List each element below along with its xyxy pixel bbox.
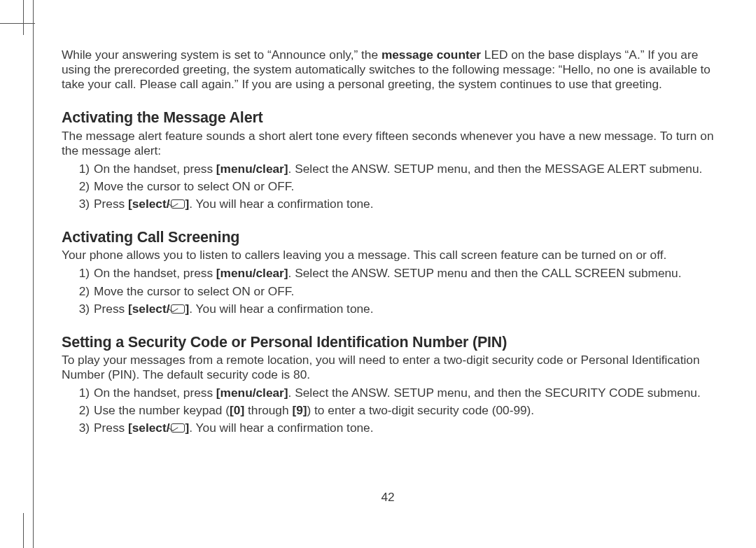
intro-text-a: While your answering system is set to “A… bbox=[62, 48, 382, 62]
key-label: [menu/clear] bbox=[216, 162, 288, 176]
sec3-steps: 1) On the handset, press [menu/clear]. S… bbox=[62, 385, 714, 435]
crop-mark-bottom-vertical bbox=[23, 513, 24, 548]
step-text: Press [select/]. You will hear a confirm… bbox=[94, 196, 714, 211]
heading-call-screening: Activating Call Screening bbox=[62, 228, 714, 246]
envelope-icon bbox=[171, 199, 185, 209]
intro-paragraph: While your answering system is set to “A… bbox=[62, 48, 714, 92]
step-text: Move the cursor to select ON or OFF. bbox=[94, 178, 714, 194]
text: On the handset, press bbox=[94, 162, 216, 176]
crop-mark-top-horizontal bbox=[0, 23, 35, 24]
key-label: [select/] bbox=[128, 197, 189, 211]
list-item: 2) Move the cursor to select ON or OFF. bbox=[74, 178, 714, 194]
text: Press bbox=[94, 421, 128, 435]
text: . You will hear a confirmation tone. bbox=[189, 302, 373, 316]
step-number: 2) bbox=[74, 283, 90, 299]
step-text: Press [select/]. You will hear a confirm… bbox=[94, 301, 714, 316]
page-content: While your answering system is set to “A… bbox=[62, 48, 714, 438]
list-item: 1) On the handset, press [menu/clear]. S… bbox=[74, 385, 714, 400]
envelope-icon bbox=[171, 304, 185, 314]
envelope-icon bbox=[171, 423, 185, 433]
heading-message-alert: Activating the Message Alert bbox=[62, 108, 714, 127]
step-number: 2) bbox=[74, 178, 90, 194]
heading-security-code: Setting a Security Code or Personal Iden… bbox=[62, 333, 714, 351]
list-item: 1) On the handset, press [menu/clear]. S… bbox=[74, 161, 714, 176]
list-item: 2) Move the cursor to select ON or OFF. bbox=[74, 283, 714, 299]
page-number: 42 bbox=[62, 490, 714, 505]
step-text: On the handset, press [menu/clear]. Sele… bbox=[94, 265, 714, 281]
step-number: 3) bbox=[74, 196, 90, 211]
text: On the handset, press bbox=[94, 266, 216, 280]
step-text: On the handset, press [menu/clear]. Sele… bbox=[94, 161, 714, 176]
key-label: [9] bbox=[292, 403, 307, 417]
step-text: Move the cursor to select ON or OFF. bbox=[94, 283, 714, 299]
key-prefix: [select/ bbox=[128, 197, 170, 211]
step-number: 1) bbox=[74, 265, 90, 281]
text: Press bbox=[94, 197, 128, 211]
step-text: On the handset, press [menu/clear]. Sele… bbox=[94, 385, 714, 400]
list-item: 3) Press [select/]. You will hear a conf… bbox=[74, 301, 714, 316]
key-label: [0] bbox=[230, 403, 244, 417]
crop-mark-inner-vertical bbox=[33, 0, 34, 548]
sec1-paragraph: The message alert feature sounds a short… bbox=[62, 129, 714, 158]
list-item: 3) Press [select/]. You will hear a conf… bbox=[74, 420, 714, 435]
step-number: 2) bbox=[74, 402, 90, 418]
key-label: [menu/clear] bbox=[216, 266, 288, 280]
text: . You will hear a confirmation tone. bbox=[189, 421, 373, 435]
key-prefix: [select/ bbox=[128, 421, 170, 435]
step-number: 3) bbox=[74, 301, 90, 316]
text: Press bbox=[94, 302, 128, 316]
key-label: [select/] bbox=[128, 421, 189, 435]
text: . Select the ANSW. SETUP menu, and then … bbox=[288, 386, 701, 400]
list-item: 1) On the handset, press [menu/clear]. S… bbox=[74, 265, 714, 281]
step-text: Press [select/]. You will hear a confirm… bbox=[94, 420, 714, 435]
sec3-paragraph: To play your messages from a remote loca… bbox=[62, 353, 714, 382]
text: ) to enter a two-digit security code (00… bbox=[307, 403, 535, 417]
key-prefix: [select/ bbox=[128, 302, 170, 316]
text: On the handset, press bbox=[94, 386, 216, 400]
intro-bold: message counter bbox=[382, 48, 481, 62]
text: Use the number keypad ( bbox=[94, 403, 230, 417]
crop-mark-top-vertical bbox=[23, 0, 24, 35]
text: . Select the ANSW. SETUP menu and then t… bbox=[288, 266, 682, 280]
step-text: Use the number keypad ([0] through [9]) … bbox=[94, 402, 714, 418]
text: . Select the ANSW. SETUP menu, and then … bbox=[288, 162, 703, 176]
key-label: [select/] bbox=[128, 302, 189, 316]
text: through bbox=[244, 403, 292, 417]
sec2-paragraph: Your phone allows you to listen to calle… bbox=[62, 248, 714, 262]
step-number: 1) bbox=[74, 161, 90, 176]
sec2-steps: 1) On the handset, press [menu/clear]. S… bbox=[62, 265, 714, 316]
key-label: [menu/clear] bbox=[216, 386, 288, 400]
step-number: 1) bbox=[74, 385, 90, 400]
sec1-steps: 1) On the handset, press [menu/clear]. S… bbox=[62, 161, 714, 211]
step-number: 3) bbox=[74, 420, 90, 435]
list-item: 3) Press [select/]. You will hear a conf… bbox=[74, 196, 714, 211]
list-item: 2) Use the number keypad ([0] through [9… bbox=[74, 402, 714, 418]
text: . You will hear a confirmation tone. bbox=[189, 197, 373, 211]
